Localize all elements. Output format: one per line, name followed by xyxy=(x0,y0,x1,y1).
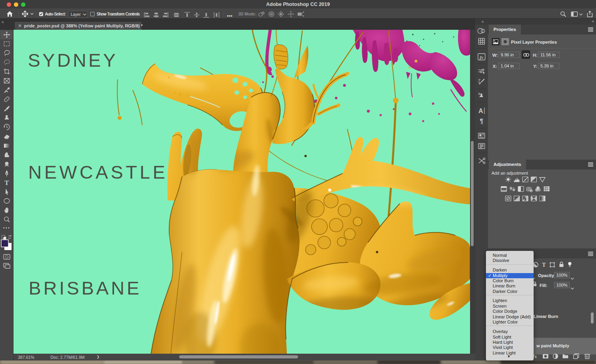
svg-text:SYDNEY: SYDNEY xyxy=(28,50,118,71)
svg-text:T: T xyxy=(542,262,546,268)
svg-text:NEWCASTLE: NEWCASTLE xyxy=(28,162,168,183)
svg-text:¶: ¶ xyxy=(480,118,484,125)
svg-text:fx: fx xyxy=(480,55,484,60)
svg-text:A: A xyxy=(478,108,483,114)
svg-text:T: T xyxy=(4,179,9,187)
svg-text:BRISBANE: BRISBANE xyxy=(29,277,141,299)
